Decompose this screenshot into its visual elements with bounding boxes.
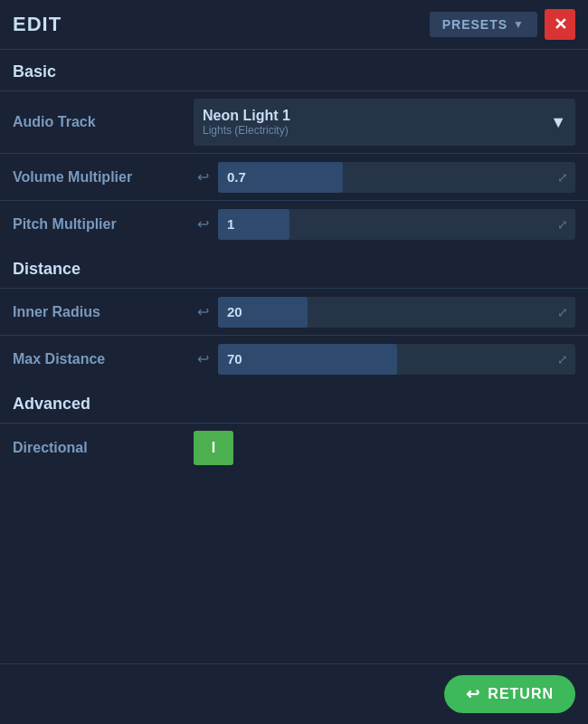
return-arrow-icon: ↩ [466, 684, 480, 704]
pitch-multiplier-controls: ↩ 1 ⤢ [194, 209, 575, 240]
app-container: EDIT PRESETS ▼ ✕ Basic Audio Track Neon … [0, 0, 588, 724]
directional-label: Directional [13, 440, 194, 456]
inner-radius-drag-icon: ⤢ [557, 305, 568, 319]
presets-label: PRESETS [442, 17, 507, 32]
directional-toggle-button[interactable]: I [194, 431, 233, 465]
volume-multiplier-slider[interactable]: 0.7 ⤢ [218, 162, 575, 193]
inner-radius-reset-button[interactable]: ↩ [194, 301, 213, 322]
presets-button[interactable]: PRESETS ▼ [430, 12, 537, 37]
volume-multiplier-controls: ↩ 0.7 ⤢ [194, 162, 575, 193]
section-distance-header: Distance [0, 247, 588, 288]
inner-radius-slider[interactable]: 20 ⤢ [218, 297, 575, 328]
pitch-multiplier-reset-button[interactable]: ↩ [194, 214, 213, 234]
audio-track-dropdown-text: Neon Light 1 Lights (Electricity) [203, 108, 290, 137]
volume-multiplier-label: Volume Multiplier [13, 169, 194, 186]
inner-radius-row: Inner Radius ↩ 20 ⤢ [0, 288, 588, 335]
volume-multiplier-drag-icon: ⤢ [557, 170, 568, 185]
max-distance-drag-icon: ⤢ [557, 352, 568, 367]
audio-track-controls: Neon Light 1 Lights (Electricity) ▼ [194, 99, 575, 146]
section-advanced-header: Advanced [0, 382, 588, 423]
volume-multiplier-row: Volume Multiplier ↩ 0.7 ⤢ [0, 153, 588, 200]
max-distance-fill [218, 344, 397, 375]
pitch-multiplier-row: Pitch Multiplier ↩ 1 ⤢ [0, 200, 588, 247]
audio-track-dropdown-arrow-icon: ▼ [550, 113, 566, 132]
inner-radius-value: 20 [227, 304, 242, 319]
pitch-multiplier-value: 1 [227, 216, 234, 232]
inner-radius-controls: ↩ 20 ⤢ [194, 297, 575, 328]
inner-radius-label: Inner Radius [13, 304, 194, 320]
audio-track-row: Audio Track Neon Light 1 Lights (Electri… [0, 90, 588, 153]
pitch-multiplier-drag-icon: ⤢ [557, 217, 568, 232]
directional-controls: I [194, 431, 575, 465]
audio-track-value-sub: Lights (Electricity) [203, 124, 290, 137]
audio-track-dropdown[interactable]: Neon Light 1 Lights (Electricity) ▼ [194, 99, 575, 146]
return-label: RETURN [488, 686, 554, 702]
return-button[interactable]: ↩ RETURN [444, 675, 575, 713]
volume-multiplier-reset-button[interactable]: ↩ [194, 167, 213, 187]
presets-arrow-icon: ▼ [513, 18, 525, 31]
header: EDIT PRESETS ▼ ✕ [0, 0, 588, 50]
max-distance-label: Max Distance [13, 351, 194, 367]
max-distance-row: Max Distance ↩ 70 ⤢ [0, 335, 588, 382]
close-button[interactable]: ✕ [545, 9, 575, 40]
content-area: Basic Audio Track Neon Light 1 Lights (E… [0, 50, 588, 663]
audio-track-value-main: Neon Light 1 [203, 108, 290, 124]
max-distance-value: 70 [227, 351, 242, 367]
directional-row: Directional I [0, 423, 588, 472]
volume-multiplier-value: 0.7 [227, 169, 246, 185]
max-distance-slider[interactable]: 70 ⤢ [218, 344, 575, 375]
max-distance-controls: ↩ 70 ⤢ [194, 344, 575, 375]
pitch-multiplier-label: Pitch Multiplier [13, 216, 194, 233]
pitch-multiplier-slider[interactable]: 1 ⤢ [218, 209, 575, 240]
header-controls: PRESETS ▼ ✕ [430, 9, 575, 40]
page-title: EDIT [13, 13, 62, 36]
section-basic-header: Basic [0, 50, 588, 90]
audio-track-label: Audio Track [13, 114, 194, 130]
max-distance-reset-button[interactable]: ↩ [194, 348, 213, 369]
bottom-bar: ↩ RETURN [0, 663, 588, 724]
